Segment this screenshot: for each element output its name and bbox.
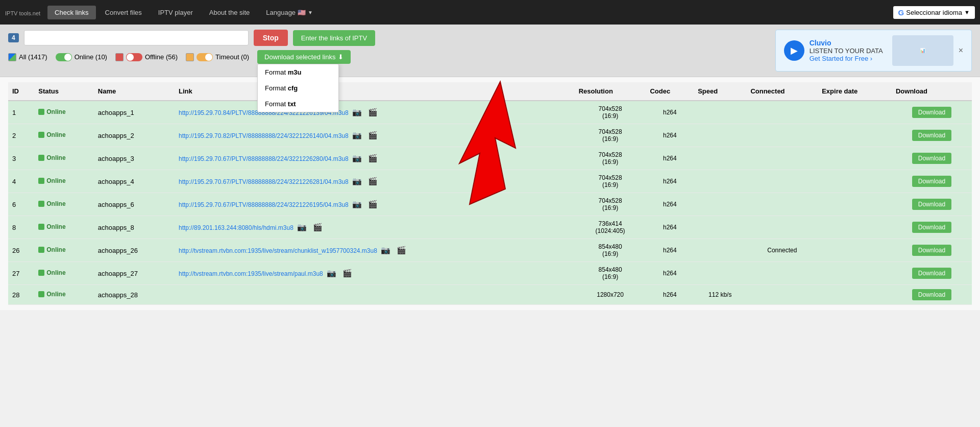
play-link-button[interactable]: 🎬: [366, 107, 380, 118]
link-url[interactable]: http://tvstream.rtvbn.com:1935/live/stre…: [179, 270, 323, 277]
resolution-value: 1280x720: [597, 291, 624, 298]
play-link-button[interactable]: 🎬: [395, 245, 408, 256]
online-toggle[interactable]: [56, 53, 72, 61]
copy-link-button[interactable]: 📷: [350, 153, 364, 164]
timeout-toggle[interactable]: [197, 53, 213, 61]
channels-table: ID Status Name Link Resolution Codec Spe…: [8, 82, 972, 305]
cell-expire: [818, 124, 892, 147]
cell-expire: [818, 147, 892, 170]
toolbar-row1: 4 Stop Enter the links of IPTV: [8, 30, 767, 46]
link-url[interactable]: http://195.29.70.67/PLTV/88888888/224/32…: [179, 201, 349, 208]
col-resolution: Resolution: [575, 82, 646, 101]
download-row-button[interactable]: Download: [912, 289, 951, 300]
cell-status: Online: [34, 193, 94, 216]
format-cfg-option[interactable]: Format cfg: [258, 80, 338, 96]
resolution-value: 704x528: [599, 105, 622, 112]
cell-codec: h264: [646, 170, 694, 193]
nav-check-links[interactable]: Check links: [47, 6, 95, 19]
play-link-button[interactable]: 🎬: [366, 153, 380, 164]
link-url[interactable]: http://195.29.70.67/PLTV/88888888/224/32…: [179, 155, 349, 162]
cell-id: 8: [8, 216, 34, 239]
download-selected-button[interactable]: Download selected links ⬇: [257, 50, 351, 64]
format-m3u-option[interactable]: Format m3u: [258, 64, 338, 80]
filter-timeout[interactable]: Timeout (0): [186, 53, 249, 61]
download-row-button[interactable]: Download: [912, 268, 951, 279]
download-row-button[interactable]: Download: [912, 176, 951, 187]
cell-name: achoapps_4: [94, 170, 175, 193]
badge-count: 4: [8, 33, 19, 42]
copy-link-button[interactable]: 📷: [325, 268, 338, 279]
cell-codec: h264: [646, 193, 694, 216]
download-row-button[interactable]: Download: [912, 107, 951, 118]
download-row-button[interactable]: Download: [912, 153, 951, 164]
nav-convert-files[interactable]: Convert files: [98, 6, 149, 19]
ad-close-button[interactable]: ×: [959, 46, 963, 55]
cell-download: Download: [892, 147, 972, 170]
play-link-button[interactable]: 🎬: [340, 268, 354, 279]
copy-link-button[interactable]: 📷: [350, 107, 364, 118]
stop-button[interactable]: Stop: [254, 30, 288, 46]
ad-cta[interactable]: Get Started for Free ›: [810, 55, 883, 62]
aspect-ratio: (16:9): [602, 273, 618, 280]
copy-link-button[interactable]: 📷: [295, 222, 309, 233]
status-badge: Online: [38, 131, 65, 138]
filter-online[interactable]: Online (10): [56, 53, 107, 61]
filter-offline[interactable]: Offline (56): [115, 53, 178, 61]
download-selected-container: Download selected links ⬇ Format m3u For…: [257, 50, 351, 64]
col-id: ID: [8, 82, 34, 101]
copy-link-button[interactable]: 📷: [350, 130, 364, 141]
play-link-button[interactable]: 🎬: [311, 222, 325, 233]
nav-language[interactable]: Language 🇺🇸 ▼: [259, 6, 320, 19]
link-url[interactable]: http://195.29.70.67/PLTV/88888888/224/32…: [179, 178, 349, 185]
copy-link-button[interactable]: 📷: [350, 176, 364, 187]
flag-icon: 🇺🇸: [298, 9, 306, 16]
copy-link-button[interactable]: 📷: [350, 199, 364, 210]
cell-expire: [818, 239, 892, 262]
navbar: IPTV tools.net Check links Convert files…: [0, 0, 980, 25]
filter-all[interactable]: All (1417): [8, 53, 47, 61]
enter-links-button[interactable]: Enter the links of IPTV: [293, 30, 375, 46]
status-online-icon: [38, 247, 44, 253]
link-url[interactable]: http://tvstream.rtvbn.com:1935/live/stre…: [179, 247, 377, 254]
copy-link-button[interactable]: 📷: [379, 245, 393, 256]
table-row: 26 Online achoapps_26http://tvstream.rtv…: [8, 239, 972, 262]
cell-id: 2: [8, 124, 34, 147]
resolution-value: 736x414: [599, 220, 622, 227]
cell-status: Online: [34, 285, 94, 305]
resolution-value: 704x528: [599, 174, 622, 181]
play-link-button[interactable]: 🎬: [366, 199, 380, 210]
cell-resolution: 704x528(16:9): [575, 193, 646, 216]
offline-toggle-dot: [127, 54, 134, 61]
status-label: Online: [46, 131, 65, 138]
nav-about-site[interactable]: About the site: [202, 6, 257, 19]
status-label: Online: [46, 200, 65, 207]
link-url[interactable]: http://89.201.163.244:8080/hls/hdmi.m3u8: [179, 224, 293, 231]
download-row-button[interactable]: Download: [912, 245, 951, 256]
table-row: 1 Online achoapps_1http://195.29.70.84/P…: [8, 101, 972, 124]
filter-online-label: Online (10): [75, 53, 107, 61]
table-row: 6 Online achoapps_6http://195.29.70.67/P…: [8, 193, 972, 216]
cell-connected: [746, 124, 818, 147]
offline-toggle[interactable]: [126, 53, 142, 61]
cell-resolution: 854x480(16:9): [575, 239, 646, 262]
download-row-button[interactable]: Download: [912, 199, 951, 210]
search-input[interactable]: [24, 30, 249, 45]
cell-codec: h264: [646, 285, 694, 305]
cell-download: Download: [892, 193, 972, 216]
google-translate-widget[interactable]: G Seleccionar idioma ▼: [893, 6, 975, 19]
cell-codec: h264: [646, 262, 694, 285]
download-icon: ⬇: [338, 53, 344, 61]
download-row-button[interactable]: Download: [912, 222, 951, 233]
cell-resolution: 736x414(1024:405): [575, 216, 646, 239]
nav-iptv-player[interactable]: IPTV player: [151, 6, 200, 19]
cell-codec: h264: [646, 216, 694, 239]
format-txt-option[interactable]: Format txt: [258, 96, 338, 112]
cell-id: 28: [8, 285, 34, 305]
status-badge: Online: [38, 269, 65, 276]
cell-expire: [818, 193, 892, 216]
brand-logo[interactable]: IPTV tools.net: [5, 8, 40, 17]
download-row-button[interactable]: Download: [912, 130, 951, 141]
play-link-button[interactable]: 🎬: [366, 130, 380, 141]
play-link-button[interactable]: 🎬: [366, 176, 380, 187]
link-url[interactable]: http://195.29.70.82/PLTV/88888888/224/32…: [179, 132, 349, 139]
